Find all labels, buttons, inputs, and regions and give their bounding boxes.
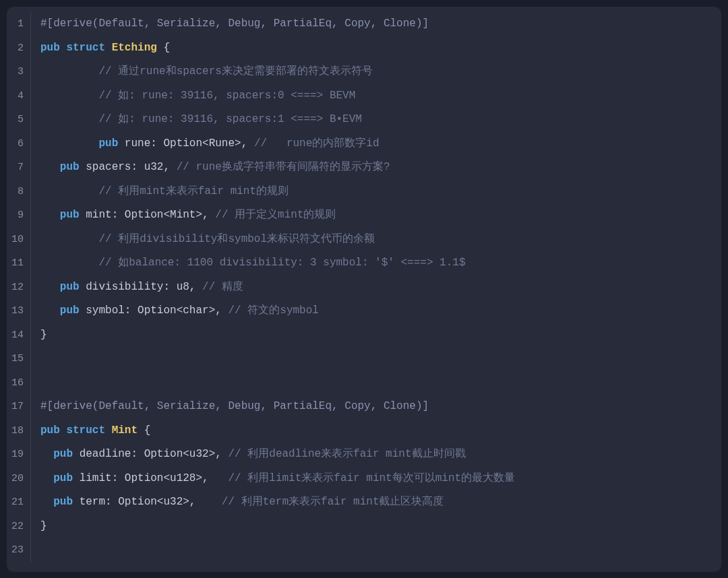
code-token <box>40 161 60 173</box>
code-line: 20 pub limit: Option<u128>, // 利用limit来表… <box>7 467 721 491</box>
code-line: 3 // 通过rune和spacers来决定需要部署的符文表示符号 <box>7 60 721 84</box>
code-content: pub spacers: u32, // rune换成字符串带有间隔符的显示方案… <box>31 156 390 180</box>
code-token: // 精度 <box>202 281 243 293</box>
code-token <box>80 304 86 317</box>
code-content: pub deadline: Option<u32>, // 利用deadline… <box>31 443 466 467</box>
code-token <box>80 281 86 293</box>
code-token: deadline: Option<u32>, <box>80 448 222 460</box>
code-line: 10 // 利用divisibility和symbol来标识符文代币的余额 <box>7 228 721 252</box>
code-token: #[derive(Default, Serialize, Debug, Part… <box>40 18 429 30</box>
code-token <box>170 161 177 173</box>
line-number: 5 <box>7 108 31 132</box>
code-token: // 如: rune: 39116, spacers:0 <===> BEVM <box>98 90 355 102</box>
code-token: pub <box>60 209 80 221</box>
code-token <box>40 113 98 125</box>
code-token <box>80 161 86 173</box>
code-token: { <box>144 424 151 437</box>
code-token <box>73 496 80 508</box>
code-content: #[derive(Default, Serialize, Debug, Part… <box>31 12 429 36</box>
code-line: 12 pub divisibility: u8, // 精度 <box>7 276 721 300</box>
code-token <box>40 209 60 221</box>
code-token: // 通过rune和spacers来决定需要部署的符文表示符号 <box>98 65 372 77</box>
code-token <box>73 472 80 484</box>
line-number: 11 <box>7 251 31 276</box>
line-number: 18 <box>7 419 31 443</box>
code-content: pub divisibility: u8, // 精度 <box>31 276 243 300</box>
code-line: 1#[derive(Default, Serialize, Debug, Par… <box>7 12 721 36</box>
code-token: { <box>163 42 170 54</box>
code-line: 11 // 如balance: 1100 divisibility: 3 sym… <box>7 251 721 276</box>
code-token: pub struct <box>40 42 105 54</box>
code-token: term: Option<u32>, <box>80 496 196 508</box>
line-number: 23 <box>7 538 31 563</box>
code-block: 1#[derive(Default, Serialize, Debug, Par… <box>7 7 721 572</box>
code-token <box>40 304 60 317</box>
line-number: 8 <box>7 180 31 204</box>
code-line: 18pub struct Mint { <box>7 419 721 443</box>
code-content: } <box>31 323 47 348</box>
code-token: limit: Option<u128>, <box>80 472 209 484</box>
code-token: Etching <box>112 42 157 54</box>
code-content: #[derive(Default, Serialize, Debug, Part… <box>31 395 429 419</box>
line-number: 9 <box>7 203 31 228</box>
code-token: #[derive(Default, Serialize, Debug, Part… <box>40 400 429 412</box>
code-line: 21 pub term: Option<u32>, // 利用term来表示fa… <box>7 490 721 515</box>
code-content: pub mint: Option<Mint>, // 用于定义mint的规则 <box>31 203 336 228</box>
line-number: 6 <box>7 132 31 156</box>
code-token <box>40 257 98 269</box>
code-token: rune: Option<Rune>, <box>125 137 247 150</box>
code-content: // 如balance: 1100 divisibility: 3 symbol… <box>31 251 466 276</box>
code-token: // 用于定义mint的规则 <box>215 209 336 221</box>
line-number: 20 <box>7 467 31 491</box>
code-content: pub struct Etching { <box>31 36 170 61</box>
code-content: pub limit: Option<u128>, // 利用limit来表示fa… <box>31 467 515 491</box>
code-line: 23 <box>7 538 721 563</box>
code-token <box>247 137 254 150</box>
code-content: // 利用divisibility和symbol来标识符文代币的余额 <box>31 228 375 252</box>
code-line: 13 pub symbol: Option<char>, // 符文的symbo… <box>7 299 721 323</box>
code-token: mint: Option<Mint>, <box>86 209 208 221</box>
line-number: 17 <box>7 395 31 419</box>
code-token: Mint <box>112 424 138 437</box>
code-token <box>73 448 80 460</box>
code-line: 19 pub deadline: Option<u32>, // 利用deadl… <box>7 443 721 467</box>
code-token <box>118 137 125 150</box>
line-number: 10 <box>7 228 31 252</box>
code-content: // 通过rune和spacers来决定需要部署的符文表示符号 <box>31 60 373 84</box>
code-line: 7 pub spacers: u32, // rune换成字符串带有间隔符的显示… <box>7 156 721 180</box>
code-line: 8 // 利用mint来表示fair mint的规则 <box>7 180 721 204</box>
code-token: pub struct <box>40 424 105 437</box>
code-line: 9 pub mint: Option<Mint>, // 用于定义mint的规则 <box>7 203 721 228</box>
line-number: 19 <box>7 443 31 467</box>
line-number: 1 <box>7 12 31 36</box>
code-token <box>195 281 202 293</box>
code-line: 16 <box>7 371 721 395</box>
code-token: divisibility: u8, <box>86 281 195 293</box>
code-line: 14} <box>7 323 721 348</box>
code-token <box>195 496 221 508</box>
line-number: 22 <box>7 515 31 539</box>
code-content: pub symbol: Option<char>, // 符文的symbol <box>31 299 319 323</box>
line-number: 21 <box>7 490 31 515</box>
code-token <box>105 424 112 437</box>
line-number: 12 <box>7 276 31 300</box>
code-content: // 如: rune: 39116, spacers:0 <===> BEVM <box>31 84 355 108</box>
code-token: } <box>40 329 47 341</box>
code-token: pub <box>53 472 73 484</box>
code-token <box>209 472 229 484</box>
code-token: // rune的内部数字id <box>254 137 380 150</box>
code-token <box>40 448 53 460</box>
code-token <box>40 65 98 77</box>
code-token <box>40 281 60 293</box>
code-content: pub struct Mint { <box>31 419 150 443</box>
code-token <box>138 424 144 437</box>
line-number: 14 <box>7 323 31 348</box>
line-number: 13 <box>7 299 31 323</box>
code-line: 17#[derive(Default, Serialize, Debug, Pa… <box>7 395 721 419</box>
code-token: symbol: Option<char>, <box>86 304 222 317</box>
line-number: 16 <box>7 371 31 395</box>
code-token: // 如: rune: 39116, spacers:1 <===> B•EVM <box>98 113 361 125</box>
code-token: // 利用deadline来表示fair mint截止时间戳 <box>228 448 465 460</box>
code-token: // 利用term来表示fair mint截止区块高度 <box>222 496 444 508</box>
code-token: // 利用mint来表示fair mint的规则 <box>98 185 289 197</box>
